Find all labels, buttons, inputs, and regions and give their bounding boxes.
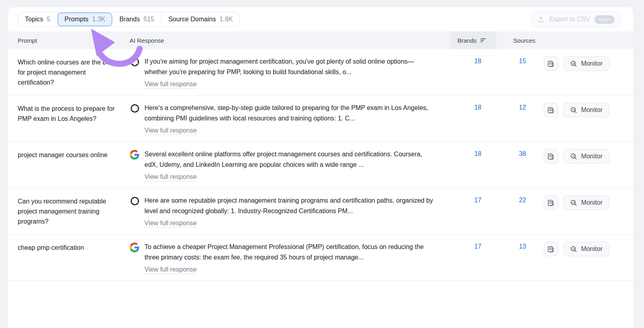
table-row: project manager courses online — [8, 142, 633, 188]
tab-brands[interactable]: Brands 515 — [112, 12, 161, 26]
row-actions: Monitor — [541, 149, 622, 164]
view-full-response-link[interactable]: View full response — [144, 220, 197, 228]
row-actions: Monitor — [541, 103, 622, 117]
table-row: cheap pmp certification — [8, 235, 633, 281]
monitor-magnifier-icon — [570, 153, 578, 160]
table-header: Prompt AI Response Brands Sources — [8, 31, 633, 49]
table-row: Can you recommend reputable project mana… — [8, 188, 633, 235]
copy-response-button[interactable] — [544, 195, 558, 210]
google-icon — [130, 242, 140, 253]
column-header-prompt: Prompt — [18, 31, 130, 49]
monitor-button[interactable]: Monitor — [563, 149, 609, 164]
ai-response-cell: If you're aiming for project management … — [130, 56, 450, 89]
document-lines-icon — [547, 106, 555, 114]
brands-count-link[interactable]: 17 — [450, 242, 496, 250]
sources-count-link[interactable]: 38 — [496, 149, 541, 158]
column-header-brands[interactable]: Brands — [450, 31, 496, 49]
ai-response-cell: Several excellent online platforms offer… — [130, 149, 450, 181]
response-block: Several excellent online platforms offer… — [144, 149, 433, 181]
response-block: To achieve a cheaper Project Management … — [144, 242, 433, 274]
monitor-button[interactable]: Monitor — [563, 242, 609, 256]
table-row: What is the process to prepare for PMP e… — [8, 95, 633, 142]
monitor-magnifier-icon — [570, 60, 578, 68]
prompt-text: project manager courses online — [18, 149, 130, 160]
monitor-magnifier-icon — [570, 199, 578, 207]
tab-topics[interactable]: Topics 5 — [18, 12, 57, 26]
monitor-button[interactable]: Monitor — [563, 56, 609, 71]
openai-icon — [130, 57, 140, 67]
tab-prompts[interactable]: Prompts 1.3K — [57, 12, 112, 26]
row-actions: Monitor — [541, 195, 622, 210]
view-full-response-link[interactable]: View full response — [144, 81, 197, 89]
top-bar: Topics 5 Prompts 1.3K Brands 515 Source … — [8, 7, 633, 31]
prompt-text: Can you recommend reputable project mana… — [18, 195, 130, 226]
response-text: To achieve a cheaper Project Management … — [144, 243, 424, 261]
soon-badge: soon — [594, 15, 615, 24]
response-block: Here's a comprehensive, step-by-step gui… — [144, 103, 433, 135]
monitor-label: Monitor — [581, 106, 603, 114]
monitor-label: Monitor — [581, 199, 603, 206]
column-header-actions — [541, 31, 622, 49]
ai-response-cell: Here are some reputable project manageme… — [130, 195, 450, 228]
brands-count-link[interactable]: 18 — [450, 149, 496, 158]
openai-icon — [130, 103, 140, 114]
ai-response-cell: Here's a comprehensive, step-by-step gui… — [130, 103, 450, 135]
sources-count-link[interactable]: 22 — [496, 195, 541, 204]
tab-label: Source Domains — [168, 16, 216, 23]
monitor-button[interactable]: Monitor — [563, 195, 609, 210]
prompt-text: What is the process to prepare for PMP e… — [18, 103, 130, 124]
monitor-label: Monitor — [581, 245, 603, 253]
monitor-label: Monitor — [581, 60, 603, 67]
response-block: Here are some reputable project manageme… — [144, 195, 433, 228]
copy-response-button[interactable] — [544, 242, 558, 256]
brands-count-link[interactable]: 18 — [450, 103, 496, 111]
response-text: Here's a comprehensive, step-by-step gui… — [144, 104, 428, 122]
tab-source-domains[interactable]: Source Domains 1.8K — [161, 12, 239, 26]
tab-group: Topics 5 Prompts 1.3K Brands 515 Source … — [18, 12, 240, 27]
response-block: If you're aiming for project management … — [144, 56, 433, 89]
google-icon — [130, 149, 140, 160]
view-full-response-link[interactable]: View full response — [144, 173, 197, 181]
export-label: Export to CSV — [549, 16, 590, 23]
view-full-response-link[interactable]: View full response — [144, 127, 197, 135]
tab-label: Brands — [120, 16, 140, 23]
column-header-ai-response: AI Response — [130, 31, 450, 49]
table-body: Which online courses are the best for pr… — [8, 49, 633, 281]
tab-label: Prompts — [64, 16, 89, 23]
view-full-response-link[interactable]: View full response — [144, 266, 197, 274]
sources-count-link[interactable]: 13 — [496, 242, 541, 250]
response-text: Several excellent online platforms offer… — [144, 151, 422, 168]
prompts-panel: Topics 5 Prompts 1.3K Brands 515 Source … — [8, 7, 633, 328]
response-text: Here are some reputable project manageme… — [144, 197, 433, 214]
monitor-magnifier-icon — [570, 106, 578, 114]
copy-response-button[interactable] — [544, 149, 558, 164]
copy-response-button[interactable] — [544, 103, 558, 117]
monitor-magnifier-icon — [570, 245, 578, 253]
brands-count-link[interactable]: 18 — [450, 56, 496, 65]
tab-count: 1.8K — [219, 16, 233, 23]
tab-count: 1.3K — [92, 16, 105, 23]
tab-count: 5 — [47, 16, 50, 23]
openai-icon — [130, 196, 140, 206]
table-row: Which online courses are the best for pr… — [8, 49, 633, 95]
document-lines-icon — [547, 153, 555, 160]
response-text: If you're aiming for project management … — [144, 58, 414, 75]
monitor-label: Monitor — [581, 153, 603, 160]
prompt-text: Which online courses are the best for pr… — [18, 56, 130, 87]
monitor-button[interactable]: Monitor — [563, 103, 609, 117]
document-lines-icon — [547, 60, 555, 68]
document-lines-icon — [547, 199, 555, 207]
brands-header-label: Brands — [457, 37, 477, 44]
ai-response-cell: To achieve a cheaper Project Management … — [130, 242, 450, 274]
sources-count-link[interactable]: 15 — [496, 56, 541, 65]
sort-descending-icon — [480, 37, 487, 44]
tab-count: 515 — [143, 16, 154, 23]
brands-count-link[interactable]: 17 — [450, 195, 496, 204]
column-header-sources: Sources — [496, 31, 541, 49]
export-to-csv-button[interactable]: Export to CSV soon — [530, 11, 622, 28]
prompt-text: cheap pmp certification — [18, 242, 130, 253]
row-actions: Monitor — [541, 56, 622, 71]
sources-count-link[interactable]: 12 — [496, 103, 541, 111]
document-lines-icon — [547, 245, 555, 253]
copy-response-button[interactable] — [544, 56, 558, 71]
